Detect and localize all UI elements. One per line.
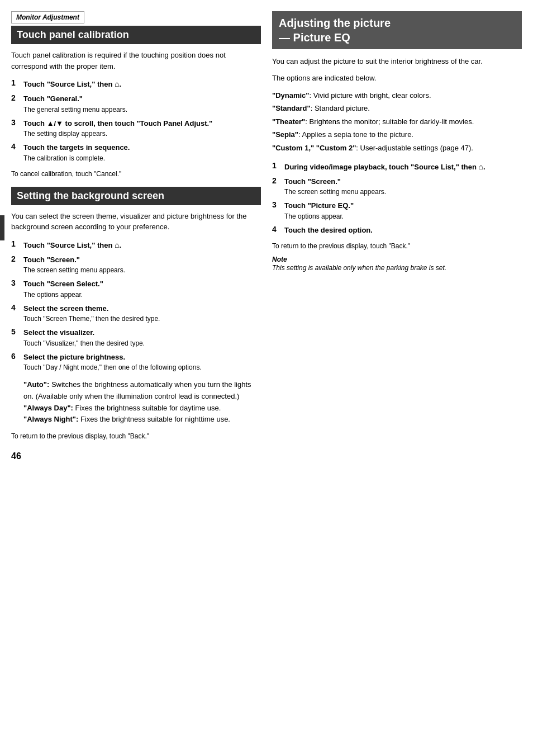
step-number: 6 xyxy=(11,352,20,361)
step-item: 1 Touch "Source List," then . xyxy=(11,78,261,90)
step-main: Touch "Source List," then . xyxy=(23,241,121,249)
step-number: 2 xyxy=(11,93,20,102)
step-number: 4 xyxy=(11,303,20,312)
step-sub: The options appear. xyxy=(23,290,103,300)
eq-steps: 1 During video/image playback, touch "So… xyxy=(272,161,522,236)
step-number: 2 xyxy=(272,176,281,185)
note-label: Note xyxy=(272,256,522,263)
step-item: 3 Touch ▲/▼ to scroll, then touch "Touch… xyxy=(11,118,261,139)
step-item: 4 Touch the desired option. xyxy=(272,225,522,236)
touch-panel-intro: Touch panel calibration is required if t… xyxy=(11,50,261,72)
left-column: Monitor Adjustment Touch panel calibrati… xyxy=(11,11,261,461)
eq-option-standard: "Standard": Standard picture. xyxy=(272,102,522,115)
background-intro: You can select the screen theme, visuali… xyxy=(11,211,261,233)
step-number: 1 xyxy=(272,161,281,170)
picture-eq-intro-2: The options are indicated below. xyxy=(272,73,522,84)
step-main: Touch the desired option. xyxy=(284,226,373,234)
eq-options-list: "Dynamic": Vivid picture with bright, cl… xyxy=(272,89,522,154)
step-sub: The screen setting menu appears. xyxy=(23,265,125,275)
right-column: Adjusting the picture— Picture EQ You ca… xyxy=(272,11,522,461)
step-sub: The general setting menu appears. xyxy=(23,105,127,115)
note-text: This setting is available only when the … xyxy=(272,263,522,273)
step-sub: The calibration is complete. xyxy=(23,153,130,163)
step-main: Select the screen theme. xyxy=(23,304,108,313)
brightness-options: "Auto": Switches the brightness automati… xyxy=(23,379,261,426)
step-item: 3 Touch "Screen Select." The options app… xyxy=(11,278,261,300)
step-item: 6 Select the picture brightness. Touch "… xyxy=(11,352,261,373)
step-item: 4 Touch the targets in sequence. The cal… xyxy=(11,142,261,163)
step-number: 3 xyxy=(11,278,20,287)
touch-panel-title: Touch panel calibration xyxy=(11,26,261,44)
step-main: During video/image playback, touch "Sour… xyxy=(284,163,486,171)
brightness-option-always-day: "Always Day": Fixes the brightness suita… xyxy=(23,403,261,414)
step-item: 3 Touch "Picture EQ." The options appear… xyxy=(272,200,522,221)
picture-eq-intro-1: You can adjust the picture to suit the i… xyxy=(272,56,522,67)
note-section: Note This setting is available only when… xyxy=(272,256,522,273)
step-main: Touch "Picture EQ." xyxy=(284,201,354,210)
step-item: 2 Touch "Screen." The screen setting men… xyxy=(272,176,522,197)
step-main: Touch "Screen." xyxy=(23,256,80,264)
step-sub: The setting display appears. xyxy=(23,129,212,139)
step-number: 4 xyxy=(11,142,20,151)
sidebar-bar xyxy=(0,215,4,240)
cancel-text: To cancel calibration, touch "Cancel." xyxy=(11,170,261,178)
monitor-adjustment-label: Monitor Adjustment xyxy=(11,11,84,23)
step-number: 3 xyxy=(272,200,281,209)
home-icon xyxy=(115,80,119,88)
eq-option-dynamic: "Dynamic": Vivid picture with bright, cl… xyxy=(272,89,522,102)
picture-eq-title-text: Adjusting the picture— Picture EQ xyxy=(279,17,391,44)
step-item: 2 Touch "General." The general setting m… xyxy=(11,93,261,115)
step-main: Touch the targets in sequence. xyxy=(23,143,130,152)
eq-option-custom: "Custom 1," "Custom 2": User-adjustable … xyxy=(272,141,522,154)
eq-option-theater: "Theater": Brightens the monitor; suitab… xyxy=(272,115,522,128)
picture-eq-title: Adjusting the picture— Picture EQ xyxy=(272,11,522,49)
step-sub: Touch "Visualizer," then the desired typ… xyxy=(23,338,145,348)
step-main: Touch "Screen Select." xyxy=(23,280,103,288)
step-main: Touch "General." xyxy=(23,94,83,103)
step-item: 2 Touch "Screen." The screen setting men… xyxy=(11,254,261,276)
step-item: 1 Touch "Source List," then . xyxy=(11,239,261,251)
background-screen-title: Setting the background screen xyxy=(11,187,261,205)
step-number: 3 xyxy=(11,118,20,127)
step-number: 5 xyxy=(11,327,20,336)
step-main: Select the visualizer. xyxy=(23,328,94,337)
eq-return-text: To return to the previous display, touch… xyxy=(272,242,522,250)
brightness-option-auto: "Auto": Switches the brightness automati… xyxy=(23,379,261,403)
step-main: Touch ▲/▼ to scroll, then touch "Touch P… xyxy=(23,119,212,127)
step-sub: Touch "Screen Theme," then the desired t… xyxy=(23,314,160,324)
step-sub: The options appear. xyxy=(284,211,354,221)
step-main: Select the picture brightness. xyxy=(23,353,125,361)
step-main: Touch "Source List," then . xyxy=(23,80,121,88)
step-item: 5 Select the visualizer. Touch "Visualiz… xyxy=(11,327,261,348)
background-steps: 1 Touch "Source List," then . 2 Touch "S… xyxy=(11,239,261,373)
step-main: Touch "Screen." xyxy=(284,177,341,186)
brightness-option-always-night: "Always Night": Fixes the brightness sui… xyxy=(23,414,261,426)
background-return-text: To return to the previous display, touch… xyxy=(11,432,261,440)
step-sub: The screen setting menu appears. xyxy=(284,187,386,197)
step-sub: Touch "Day / Night mode," then one of th… xyxy=(23,362,202,372)
page-number: 46 xyxy=(11,451,261,461)
eq-option-sepia: "Sepia": Applies a sepia tone to the pic… xyxy=(272,128,522,141)
step-number: 4 xyxy=(272,225,281,234)
step-number: 1 xyxy=(11,78,20,87)
step-number: 2 xyxy=(11,254,20,263)
step-number: 1 xyxy=(11,239,20,248)
home-icon xyxy=(479,163,483,171)
step-item: 1 During video/image playback, touch "So… xyxy=(272,161,522,173)
home-icon xyxy=(115,241,119,249)
touch-panel-steps: 1 Touch "Source List," then . 2 Touch "G… xyxy=(11,78,261,163)
step-item: 4 Select the screen theme. Touch "Screen… xyxy=(11,303,261,324)
